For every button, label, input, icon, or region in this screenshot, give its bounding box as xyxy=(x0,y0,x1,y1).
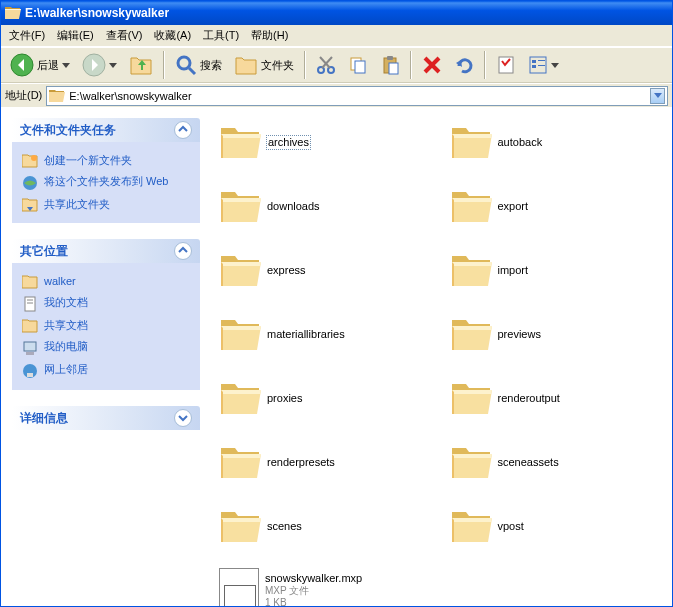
forward-icon xyxy=(82,53,106,77)
address-bar: 地址(D) E:\walker\snowskywalker xyxy=(1,83,672,107)
folder-item[interactable]: archives xyxy=(211,117,442,181)
folder-item[interactable]: autoback xyxy=(442,117,673,181)
expand-icon xyxy=(174,409,192,427)
menu-favorites[interactable]: 收藏(A) xyxy=(148,26,197,45)
back-button[interactable]: 后退 xyxy=(5,50,75,80)
undo-icon xyxy=(454,55,474,75)
content-area: 文件和文件夹任务 创建一个新文件夹 将这个文件夹发布到 Web 共享此文件夹 xyxy=(1,107,672,606)
folder-item[interactable]: materiallibraries xyxy=(211,309,442,373)
other-place-walker[interactable]: walker xyxy=(22,271,190,292)
shared-folder-icon xyxy=(22,319,38,333)
toolbar-divider xyxy=(484,51,486,79)
views-icon xyxy=(528,55,548,75)
file-item-mxp[interactable]: snowskywalker.mxp MXP 文件 1 KB xyxy=(211,565,442,606)
folder-icon xyxy=(22,275,38,289)
folder-item[interactable]: renderpresets xyxy=(211,437,442,501)
folder-name: downloads xyxy=(267,200,320,213)
forward-button[interactable] xyxy=(77,50,122,80)
undo-button[interactable] xyxy=(449,52,479,78)
up-button[interactable] xyxy=(124,51,158,79)
folder-item[interactable]: vpost xyxy=(442,501,673,565)
file-area[interactable]: archivesautobackdownloadsexportexpressim… xyxy=(211,107,672,606)
folder-item[interactable]: downloads xyxy=(211,181,442,245)
other-place-shareddocs[interactable]: 共享文档 xyxy=(22,315,190,336)
folder-icon xyxy=(450,508,492,544)
menu-bar: 文件(F) 编辑(E) 查看(V) 收藏(A) 工具(T) 帮助(H) xyxy=(1,25,672,47)
svg-rect-26 xyxy=(24,342,36,351)
panel-title: 详细信息 xyxy=(20,411,68,426)
svg-rect-9 xyxy=(355,61,365,73)
search-button[interactable]: 搜索 xyxy=(170,51,227,79)
new-folder-icon xyxy=(22,154,38,168)
panel-detail: 详细信息 xyxy=(11,405,201,431)
folder-item[interactable]: express xyxy=(211,245,442,309)
delete-button[interactable] xyxy=(417,52,447,78)
menu-tools[interactable]: 工具(T) xyxy=(197,26,245,45)
panel-detail-header[interactable]: 详细信息 xyxy=(12,406,200,430)
share-folder-icon xyxy=(22,198,38,212)
place-label: 我的文档 xyxy=(44,295,88,309)
folder-item[interactable]: proxies xyxy=(211,373,442,437)
panel-other-body: walker 我的文档 共享文档 我的电脑 网上邻居 xyxy=(12,263,200,390)
svg-rect-20 xyxy=(538,65,545,66)
folder-icon xyxy=(450,124,492,160)
folder-name: sceneassets xyxy=(498,456,559,469)
other-place-mydocs[interactable]: 我的文档 xyxy=(22,292,190,315)
paste-button[interactable] xyxy=(375,52,405,78)
folder-name: archives xyxy=(267,136,310,149)
folders-button[interactable]: 文件夹 xyxy=(229,51,299,79)
menu-view[interactable]: 查看(V) xyxy=(100,26,149,45)
up-folder-icon xyxy=(129,54,153,76)
folder-item[interactable]: export xyxy=(442,181,673,245)
folder-item[interactable]: scenes xyxy=(211,501,442,565)
search-icon xyxy=(175,54,197,76)
window-title: E:\walker\snowskywalker xyxy=(25,6,169,20)
network-icon xyxy=(22,363,38,379)
folder-name: previews xyxy=(498,328,541,341)
svg-rect-17 xyxy=(532,60,536,63)
folder-name: proxies xyxy=(267,392,302,405)
other-place-network[interactable]: 网上邻居 xyxy=(22,359,190,382)
folder-item[interactable]: sceneassets xyxy=(442,437,673,501)
cut-button[interactable] xyxy=(311,52,341,78)
svg-point-2 xyxy=(178,57,190,69)
folder-icon xyxy=(5,6,21,20)
folders-icon xyxy=(234,54,258,76)
toolbar-divider xyxy=(304,51,306,79)
panel-other-header[interactable]: 其它位置 xyxy=(12,239,200,263)
folder-item[interactable]: renderoutput xyxy=(442,373,673,437)
panel-other-places: 其它位置 walker 我的文档 共享文档 我的电脑 xyxy=(11,238,201,391)
address-dropdown[interactable] xyxy=(650,88,665,104)
folder-icon xyxy=(49,89,65,103)
properties-button[interactable] xyxy=(491,52,521,78)
back-icon xyxy=(10,53,34,77)
menu-file[interactable]: 文件(F) xyxy=(3,26,51,45)
task-publish-web[interactable]: 将这个文件夹发布到 Web xyxy=(22,171,190,194)
task-new-folder[interactable]: 创建一个新文件夹 xyxy=(22,150,190,171)
address-input[interactable]: E:\walker\snowskywalker xyxy=(46,86,668,106)
folder-name: materiallibraries xyxy=(267,328,345,341)
task-label: 将这个文件夹发布到 Web xyxy=(44,174,168,188)
svg-line-3 xyxy=(189,68,195,74)
toolbar: 后退 搜索 文件夹 xyxy=(1,47,672,83)
other-place-mycomputer[interactable]: 我的电脑 xyxy=(22,336,190,359)
toolbar-divider xyxy=(163,51,165,79)
folders-label: 文件夹 xyxy=(261,58,294,73)
folder-icon xyxy=(450,316,492,352)
folder-icon xyxy=(219,316,261,352)
task-share-folder[interactable]: 共享此文件夹 xyxy=(22,194,190,215)
copy-button[interactable] xyxy=(343,52,373,78)
views-button[interactable] xyxy=(523,52,564,78)
menu-edit[interactable]: 编辑(E) xyxy=(51,26,100,45)
folder-icon xyxy=(450,252,492,288)
folder-icon xyxy=(219,188,261,224)
file-name: snowskywalker.mxp xyxy=(265,572,362,585)
back-label: 后退 xyxy=(37,58,59,73)
computer-icon xyxy=(22,340,38,356)
menu-help[interactable]: 帮助(H) xyxy=(245,26,294,45)
folder-item[interactable]: previews xyxy=(442,309,673,373)
panel-tasks-header[interactable]: 文件和文件夹任务 xyxy=(12,118,200,142)
folder-item[interactable]: import xyxy=(442,245,673,309)
task-label: 创建一个新文件夹 xyxy=(44,153,132,167)
chevron-down-icon xyxy=(62,61,70,69)
